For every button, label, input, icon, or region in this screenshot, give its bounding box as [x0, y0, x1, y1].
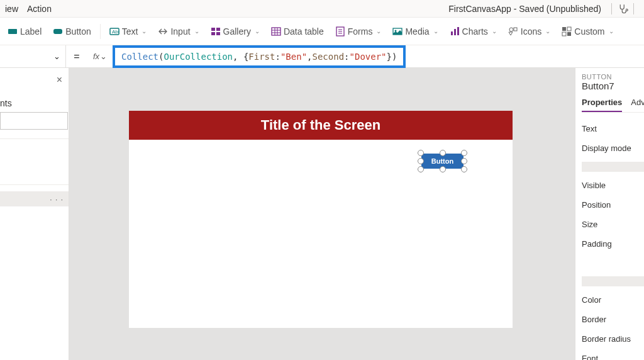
app-title: FirstCanvasApp - Saved (Unpublished) [448, 4, 601, 14]
menu-action[interactable]: Action [27, 4, 52, 14]
search-input[interactable] [0, 112, 68, 130]
resize-handle[interactable] [461, 158, 467, 164]
svg-rect-20 [454, 29, 456, 35]
canvas[interactable]: Title of the Screen Button [69, 68, 575, 360]
insert-datatable[interactable]: Data table [267, 24, 328, 39]
prop-display-mode[interactable]: Display mode [582, 138, 644, 158]
prop-border-radius[interactable]: Border radius [582, 329, 644, 349]
resize-handle[interactable] [440, 150, 446, 156]
input-icon [158, 26, 168, 37]
text-icon: Abc [109, 26, 119, 37]
button-text: Button [431, 157, 453, 165]
resize-handle[interactable] [418, 150, 424, 156]
insert-charts-label: Charts [462, 26, 488, 37]
svg-marker-24 [509, 32, 513, 35]
svg-rect-8 [272, 28, 280, 35]
tree-item-selected[interactable] [0, 191, 69, 206]
equals-sign: = [66, 51, 87, 62]
custom-icon [562, 26, 572, 37]
svg-rect-7 [216, 32, 220, 35]
svg-rect-1 [53, 29, 62, 34]
insert-custom-label: Custom [574, 26, 604, 37]
formula-string: "Dover" [350, 52, 387, 62]
insert-gallery[interactable]: Gallery⌄ [207, 24, 264, 39]
prop-visible[interactable]: Visible [582, 176, 644, 195]
formula-prop: First [248, 52, 275, 62]
insert-custom[interactable]: Custom⌄ [558, 24, 617, 39]
prop-padding[interactable]: Padding [582, 234, 644, 254]
svg-point-22 [509, 28, 513, 31]
chevron-down-icon: ⌄ [545, 28, 550, 35]
insert-label-text: Label [20, 26, 42, 37]
insert-gallery-label: Gallery [223, 26, 251, 37]
prop-size[interactable]: Size [582, 215, 644, 234]
chevron-down-icon: ⌄ [433, 28, 438, 35]
prop-position[interactable]: Position [582, 195, 644, 215]
formula-bar: ⌄ = fx⌄ Collect(OurCollection, {First: "… [0, 45, 644, 68]
property-selector[interactable]: ⌄ [0, 45, 66, 67]
selected-control[interactable]: Button [421, 154, 464, 169]
insert-icons[interactable]: Icons⌄ [504, 24, 554, 39]
resize-handle[interactable] [461, 166, 467, 172]
insert-input[interactable]: Input⌄ [154, 24, 203, 39]
screen[interactable]: Title of the Screen Button [129, 111, 513, 328]
insert-input-label: Input [170, 26, 190, 37]
ribbon: Label Button Abc Text⌄ Input⌄ Gallery⌄ D… [0, 18, 644, 45]
insert-text-label: Text [122, 26, 138, 37]
fx-button[interactable]: fx⌄ [87, 52, 113, 61]
properties-pane: BUTTON Button7 Properties Advan Text Dis… [575, 68, 644, 360]
resize-handle[interactable] [418, 158, 424, 164]
chevron-down-icon: ⌄ [609, 28, 614, 35]
svg-rect-0 [8, 29, 17, 34]
svg-rect-26 [567, 27, 571, 31]
tree-view-pane: × nts [0, 68, 69, 360]
titlebar: iew Action FirstCanvasApp - Saved (Unpub… [0, 0, 644, 18]
formula-input[interactable]: Collect(OurCollection, {First: "Ben", Se… [113, 45, 406, 68]
insert-label[interactable]: Label [4, 24, 45, 39]
menu-view[interactable]: iew [5, 4, 18, 14]
resize-handle[interactable] [418, 166, 424, 172]
formula-prop: Second [313, 52, 345, 62]
control-name[interactable]: Button7 [582, 81, 644, 91]
formula-string: "Ben" [280, 52, 307, 62]
insert-button[interactable]: Button [49, 24, 94, 39]
table-icon [271, 26, 281, 37]
svg-rect-28 [567, 32, 571, 36]
insert-media[interactable]: Media⌄ [389, 24, 441, 39]
control-kind-label: BUTTON [582, 73, 644, 81]
chevron-down-icon: ⌄ [194, 28, 199, 35]
insert-icons-label: Icons [521, 26, 541, 37]
chevron-down-icon: ⌄ [53, 52, 60, 61]
insert-button-text: Button [65, 26, 91, 37]
chevron-down-icon: ⌄ [376, 28, 381, 35]
chevron-down-icon: ⌄ [100, 52, 107, 61]
svg-rect-27 [562, 32, 566, 36]
insert-charts[interactable]: Charts⌄ [446, 24, 501, 39]
insert-text[interactable]: Abc Text⌄ [106, 24, 151, 39]
more-icon[interactable] [50, 194, 64, 204]
button-icon [53, 26, 63, 37]
screen-title-label: Title of the Screen [129, 111, 513, 140]
tree-view-label: nts [0, 98, 69, 112]
insert-forms[interactable]: Forms⌄ [331, 24, 386, 39]
close-icon[interactable]: × [57, 74, 62, 86]
charts-icon [450, 26, 460, 37]
forms-icon [335, 26, 345, 37]
svg-rect-25 [562, 27, 566, 31]
prop-border[interactable]: Border [582, 310, 644, 329]
resize-handle[interactable] [461, 150, 467, 156]
svg-rect-19 [451, 31, 453, 35]
stethoscope-icon[interactable] [617, 3, 628, 14]
chevron-down-icon: ⌄ [492, 28, 497, 35]
svg-rect-21 [457, 27, 459, 35]
button-control[interactable]: Button [421, 154, 464, 169]
resize-handle[interactable] [440, 166, 446, 172]
prop-color[interactable]: Color [582, 290, 644, 310]
prop-font[interactable]: Font [582, 349, 644, 360]
svg-rect-6 [211, 32, 215, 35]
prop-text[interactable]: Text [582, 119, 644, 138]
tab-advanced[interactable]: Advan [631, 95, 644, 112]
tab-properties[interactable]: Properties [582, 95, 622, 112]
formula-identifier: OurCollection [164, 52, 233, 62]
media-icon [392, 26, 402, 37]
